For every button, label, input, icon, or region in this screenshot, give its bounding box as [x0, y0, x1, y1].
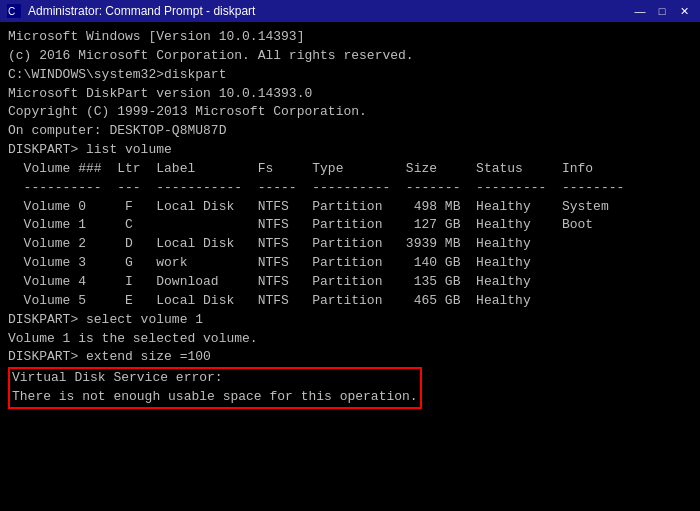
svg-text:C: C	[8, 6, 15, 17]
title-bar-icon: C	[6, 3, 22, 19]
console-line: Volume 5 E Local Disk NTFS Partition 465…	[8, 292, 692, 311]
console-output: Microsoft Windows [Version 10.0.14393](c…	[8, 28, 692, 367]
error-box: Virtual Disk Service error:There is not …	[8, 367, 422, 409]
console-line: On computer: DESKTOP-Q8MU87D	[8, 122, 692, 141]
console-line: Volume 0 F Local Disk NTFS Partition 498…	[8, 198, 692, 217]
error-line: Virtual Disk Service error:	[12, 369, 418, 388]
console-line: DISKPART> extend size =100	[8, 348, 692, 367]
minimize-button[interactable]: —	[630, 3, 650, 19]
console-line: Copyright (C) 1999-2013 Microsoft Corpor…	[8, 103, 692, 122]
error-line: There is not enough usable space for thi…	[12, 388, 418, 407]
console-line: Volume 1 C NTFS Partition 127 GB Healthy…	[8, 216, 692, 235]
console-line: Volume 3 G work NTFS Partition 140 GB He…	[8, 254, 692, 273]
close-button[interactable]: ✕	[674, 3, 694, 19]
console-line: Microsoft DiskPart version 10.0.14393.0	[8, 85, 692, 104]
console-line: (c) 2016 Microsoft Corporation. All righ…	[8, 47, 692, 66]
console-line: ---------- --- ----------- ----- -------…	[8, 179, 692, 198]
console-line: Volume 4 I Download NTFS Partition 135 G…	[8, 273, 692, 292]
console-line: DISKPART> select volume 1	[8, 311, 692, 330]
console-line: Volume 1 is the selected volume.	[8, 330, 692, 349]
title-bar: C Administrator: Command Prompt - diskpa…	[0, 0, 700, 22]
console-line: Volume 2 D Local Disk NTFS Partition 393…	[8, 235, 692, 254]
console-line: DISKPART> list volume	[8, 141, 692, 160]
console-body: Microsoft Windows [Version 10.0.14393](c…	[0, 22, 700, 511]
maximize-button[interactable]: □	[652, 3, 672, 19]
title-bar-text: Administrator: Command Prompt - diskpart	[28, 4, 624, 18]
title-bar-controls: — □ ✕	[630, 3, 694, 19]
console-line: C:\WINDOWS\system32>diskpart	[8, 66, 692, 85]
console-line: Volume ### Ltr Label Fs Type Size Status…	[8, 160, 692, 179]
console-line: Microsoft Windows [Version 10.0.14393]	[8, 28, 692, 47]
